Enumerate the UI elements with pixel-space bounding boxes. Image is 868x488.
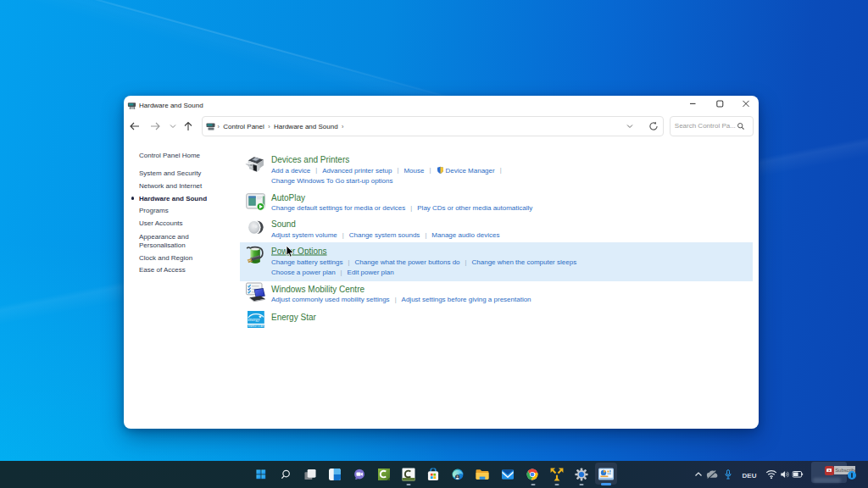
svg-text:energy: energy: [248, 316, 260, 321]
svg-text:ENERGY STAR: ENERGY STAR: [248, 324, 263, 328]
